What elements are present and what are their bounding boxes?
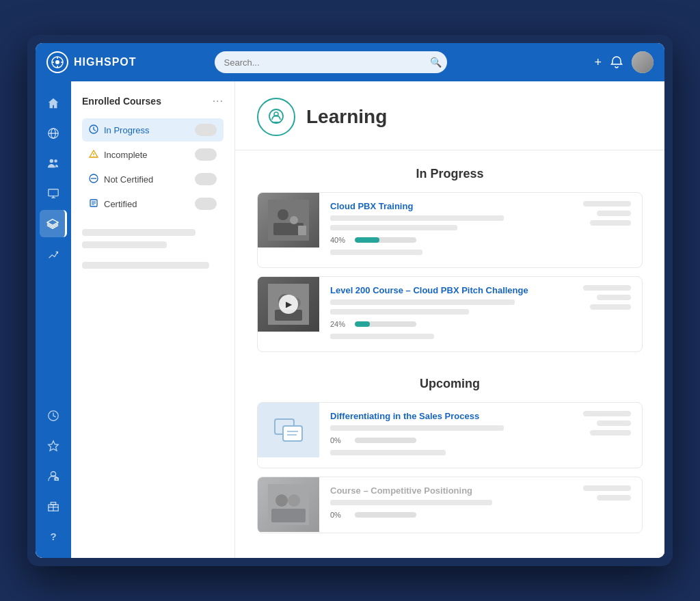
sidebar-item-organization[interactable] [40, 492, 67, 520]
filter-in-progress-label: In Progress [104, 125, 149, 135]
certified-count [195, 198, 217, 210]
progress-percent: 40% [330, 236, 349, 244]
certified-icon [89, 198, 98, 210]
course-info-competitive: Course – Competitive Positioning 0% [319, 477, 572, 533]
sidebar-item-learning[interactable] [40, 210, 67, 237]
course-thumbnail-level200: ▶ [258, 277, 319, 332]
svg-point-36 [278, 209, 288, 220]
app-name: HIGHSPOT [74, 56, 137, 68]
progress-bar-bg [355, 438, 416, 443]
course-info-level200: Level 200 Course – Cloud PBX Pitch Chall… [319, 277, 572, 351]
filter-certified[interactable]: Certified [82, 192, 224, 215]
filter-incomplete[interactable]: Incomplete [82, 143, 224, 166]
sidebar-item-profile[interactable] [40, 462, 67, 490]
progress-percent: 24% [330, 320, 349, 328]
course-thumbnail-sales-process [258, 403, 319, 457]
skeleton-bar [590, 304, 631, 310]
skeleton-bar [583, 285, 631, 291]
course-card-cloud-pbx[interactable]: Cloud PBX Training 40% [257, 192, 643, 268]
upcoming-section: Upcoming Differentiating i [235, 377, 664, 558]
sidebar-item-help[interactable]: ? [40, 522, 67, 550]
progress-row: 24% [330, 320, 561, 328]
topbar: HIGHSPOT 🔍 + [36, 43, 664, 81]
skeleton-bar [597, 420, 631, 426]
course-right-info [572, 477, 642, 509]
svg-point-25 [93, 155, 94, 156]
progress-percent: 0% [330, 511, 349, 519]
svg-point-9 [50, 159, 53, 163]
skeleton-section-1 [82, 229, 224, 248]
course-thumbnail-competitive [258, 477, 319, 532]
course-right-info [572, 277, 642, 318]
in-progress-count [195, 124, 217, 136]
svg-rect-39 [298, 226, 306, 235]
sidebar-item-discover[interactable] [40, 120, 67, 147]
filter-not-certified-label: Not Certified [104, 174, 153, 185]
enrolled-header: Enrolled Courses ··· [82, 95, 224, 107]
skeleton-bar [583, 411, 631, 416]
learning-icon [257, 98, 295, 136]
progress-row: 0% [330, 511, 561, 519]
course-card-competitive[interactable]: Course – Competitive Positioning 0% [257, 477, 643, 533]
skeleton-bar [330, 334, 434, 339]
svg-rect-45 [283, 426, 302, 441]
course-name-sales-process: Differentiating in the Sales Process [330, 411, 561, 421]
logo: HIGHSPOT [46, 51, 137, 73]
enrolled-menu-button[interactable]: ··· [213, 95, 224, 107]
sidebar-item-people[interactable] [40, 150, 67, 177]
course-right-info [572, 403, 642, 444]
add-button[interactable]: + [594, 55, 602, 70]
course-name-level200: Level 200 Course – Cloud PBX Pitch Chall… [330, 285, 561, 295]
filter-in-progress[interactable]: In Progress [82, 118, 224, 142]
filter-incomplete-label: Incomplete [104, 150, 148, 160]
search-bar[interactable]: 🔍 [215, 51, 447, 73]
in-progress-icon [89, 124, 98, 136]
course-name-cloud-pbx: Cloud PBX Training [330, 201, 561, 211]
skeleton-bar [330, 225, 457, 230]
course-card-level200[interactable]: ▶ Level 200 Course – Cloud PBX Pitch Cha… [257, 276, 643, 352]
skeleton-bar [82, 262, 209, 269]
progress-bar-fill [355, 321, 370, 327]
upcoming-title: Upcoming [257, 377, 643, 391]
search-icon[interactable]: 🔍 [430, 57, 442, 68]
progress-bar-bg [355, 237, 416, 243]
svg-marker-15 [49, 441, 58, 451]
notification-button[interactable] [610, 55, 623, 69]
avatar[interactable] [632, 51, 654, 73]
svg-rect-20 [51, 503, 55, 505]
svg-point-1 [55, 60, 59, 64]
skeleton-bar [330, 250, 422, 255]
in-progress-title: In Progress [257, 167, 643, 181]
svg-rect-11 [49, 189, 58, 196]
skeleton-bar [590, 430, 631, 436]
not-certified-count [195, 173, 217, 185]
sidebar-item-favorites[interactable] [40, 432, 67, 459]
course-info-sales-process: Differentiating in the Sales Process 0% [319, 403, 572, 468]
course-right-info [572, 193, 642, 234]
skeleton-bar [583, 485, 631, 491]
content-area: Learning In Progress [235, 81, 664, 558]
filter-not-certified[interactable]: Not Certified [82, 168, 224, 191]
svg-rect-51 [271, 509, 306, 522]
course-name-competitive: Course – Competitive Positioning [330, 485, 561, 496]
progress-bar-bg [355, 512, 416, 518]
skeleton-bar [82, 241, 167, 248]
course-thumbnail-cloud-pbx [258, 193, 319, 248]
sidebar-item-training[interactable] [40, 180, 67, 207]
skeleton-bar [597, 295, 631, 300]
sidebar-item-home[interactable] [40, 90, 67, 117]
sidebar-item-recent[interactable] [40, 402, 67, 429]
search-input[interactable] [215, 51, 447, 73]
course-card-sales-process[interactable]: Differentiating in the Sales Process 0% [257, 402, 643, 468]
skeleton-bar [330, 215, 504, 221]
main-layout: ? Enrolled Courses ··· [36, 81, 664, 558]
skeleton-bar [590, 220, 631, 226]
sidebar-item-coaching[interactable] [40, 240, 67, 267]
page-title: Learning [306, 106, 387, 128]
page-header: Learning [235, 81, 664, 150]
play-button[interactable]: ▶ [279, 295, 298, 314]
svg-point-38 [290, 216, 298, 224]
in-progress-section: In Progress [235, 150, 664, 377]
svg-point-10 [54, 159, 57, 163]
skeleton-bar [330, 309, 469, 315]
